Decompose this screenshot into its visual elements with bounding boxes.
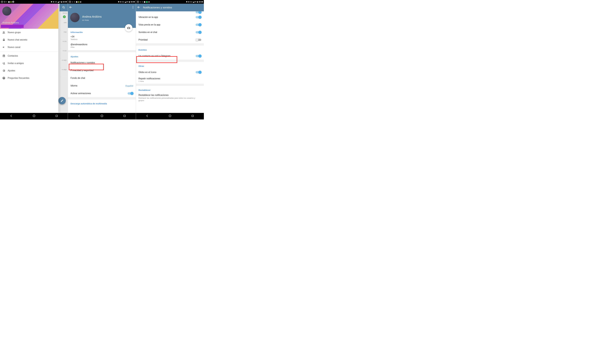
nav-back-icon[interactable] xyxy=(78,114,81,118)
profile-status: en línea xyxy=(82,19,89,21)
row-label: Un contacto se unió a Telegram xyxy=(138,55,196,57)
avatar[interactable] xyxy=(70,13,80,22)
notif-count-badge: 95 xyxy=(1,1,3,3)
section-settings: Ajustes xyxy=(68,52,136,59)
row-value: 1 hora xyxy=(138,80,144,82)
phone-label: Teléfono xyxy=(70,38,133,40)
new-message-fab[interactable] xyxy=(58,97,66,104)
drawer-item-faq[interactable]: Preguntas frecuentes xyxy=(0,74,58,82)
screen-drawer: 95 ☾ ▦ ◉ ✱ ★ ⁞□⁞ ◢ H ▮ 10:48 xyxy=(0,0,68,119)
signal-icon: ◢ xyxy=(193,1,194,3)
nav-back-icon[interactable] xyxy=(146,114,149,118)
row-contact-joined[interactable]: Un contacto se unió a Telegram xyxy=(136,52,204,60)
row-vibration[interactable]: Vibración en la app xyxy=(136,13,204,21)
vibrate-icon: ⁞□⁞ xyxy=(190,1,192,3)
drawer-item-contacts[interactable]: Contactos xyxy=(0,52,58,60)
drawer-item-label: Nuevo grupo xyxy=(8,31,21,34)
section-events: Eventos xyxy=(136,46,204,52)
toggle-switch[interactable] xyxy=(196,11,201,13)
back-icon[interactable] xyxy=(137,6,140,10)
alias-value: @andreaardions xyxy=(70,43,133,46)
drawer-header: Andrea Ardións xyxy=(0,4,58,29)
user-name: Andrea Ardións xyxy=(2,21,19,24)
drawer-item-invite[interactable]: Invitar a amigos xyxy=(0,60,58,67)
avatar[interactable] xyxy=(2,7,11,16)
row-badge[interactable]: Globo en el ícono xyxy=(136,68,204,76)
telegram-icon: ◈ xyxy=(80,1,81,3)
star-icon: ★ xyxy=(53,1,55,3)
whatsapp-icon: ☺ xyxy=(72,1,73,3)
toggle-switch[interactable] xyxy=(128,92,133,94)
toolbar: Notificaciones y sonidos xyxy=(136,4,204,11)
row-preview[interactable]: Vista previa en la app xyxy=(136,21,204,28)
nav-home-icon[interactable] xyxy=(168,114,172,118)
camera-fab[interactable] xyxy=(125,24,132,32)
drawer-item-new-group[interactable]: Nuevo grupo xyxy=(0,29,58,36)
drawer-item-new-channel[interactable]: Nuevo canal xyxy=(0,43,58,51)
toggle-switch[interactable] xyxy=(196,16,201,18)
toggle-switch[interactable] xyxy=(196,71,201,73)
vibrate-icon: ⁞□⁞ xyxy=(122,1,124,3)
screenshot-icon: ▦ xyxy=(76,1,77,3)
drawer-item-new-secret-chat[interactable]: Nuevo chat secreto xyxy=(0,36,58,43)
bluetooth-icon: ✱ xyxy=(186,1,188,3)
svg-point-0 xyxy=(4,1,6,3)
vibrate-icon: ⁞□⁞ xyxy=(55,1,57,3)
toggle-switch[interactable] xyxy=(196,39,201,41)
row-language[interactable]: Idioma Español xyxy=(68,82,136,90)
whatsapp-icon xyxy=(4,1,6,3)
row-label: Repetir notificaciones xyxy=(138,77,160,80)
more-icon[interactable] xyxy=(131,6,135,10)
battery-icon: ▮ xyxy=(61,1,62,3)
nav-recent-icon[interactable] xyxy=(55,115,58,118)
back-icon[interactable] xyxy=(69,6,72,10)
svg-rect-19 xyxy=(124,115,125,117)
help-icon xyxy=(2,77,8,80)
phone-row[interactable]: +34 Teléfono xyxy=(68,35,136,42)
drawer-item-label: Contactos xyxy=(8,55,18,57)
profile-header: Andrea Ardións en línea xyxy=(68,4,136,28)
row-repeat[interactable]: Repetir notificaciones 1 hora xyxy=(136,76,204,84)
row-label: Privacidad y seguridad xyxy=(70,69,133,72)
clock: 10:48 xyxy=(63,1,67,3)
alias-row[interactable]: @andreaardions Alias xyxy=(68,42,136,50)
nav-back-icon[interactable] xyxy=(10,114,13,118)
row-label: Notificaciones y sonidos xyxy=(70,61,133,64)
lock-icon xyxy=(2,38,8,41)
nav-home-icon[interactable] xyxy=(100,114,104,118)
alias-label: Alias xyxy=(70,46,133,48)
nav-home-icon[interactable] xyxy=(32,114,36,118)
android-icon: ◉ xyxy=(78,1,80,3)
drawer-item-label: Nuevo chat secreto xyxy=(8,39,27,41)
row-priority[interactable]: Prioridad xyxy=(136,36,204,43)
section-others: Otras xyxy=(136,62,204,68)
row-notifications[interactable]: Notificaciones y sonidos xyxy=(68,59,136,66)
toggle-switch[interactable] xyxy=(196,31,201,33)
bluetooth-icon: ✱ xyxy=(118,1,120,3)
svg-point-4 xyxy=(3,31,4,32)
row-chat-sounds[interactable]: Sonidos en el chat xyxy=(136,28,204,36)
network-label: 3G xyxy=(127,1,128,2)
row-animations[interactable]: Activar animaciones xyxy=(68,90,136,97)
search-icon[interactable] xyxy=(62,6,65,9)
row-label: Vibración en la app xyxy=(138,16,196,18)
android-nav-bar xyxy=(136,113,204,119)
row-privacy[interactable]: Privacidad y seguridad xyxy=(68,66,136,74)
drawer-item-label: Ajustes xyxy=(8,69,15,72)
drawer-item-label: Invitar a amigos xyxy=(8,62,24,65)
toggle-switch[interactable] xyxy=(196,55,201,57)
svg-line-3 xyxy=(64,8,65,8)
notif-count-badge: 95 xyxy=(137,1,139,3)
drawer-item-label: Nuevo canal xyxy=(8,46,20,49)
android-nav-bar xyxy=(68,113,136,119)
nav-recent-icon[interactable] xyxy=(191,115,194,118)
row-label: Activar animaciones xyxy=(70,92,127,95)
row-label: Fondo de chat xyxy=(70,77,133,79)
toggle-switch[interactable] xyxy=(196,24,201,26)
row-background[interactable]: Fondo de chat xyxy=(68,74,136,82)
svg-point-5 xyxy=(4,32,5,33)
drawer-item-settings[interactable]: Ajustes xyxy=(0,67,58,74)
row-label: Globo en el ícono xyxy=(138,71,196,74)
row-label: Prioridad xyxy=(138,39,196,41)
nav-recent-icon[interactable] xyxy=(123,115,126,118)
